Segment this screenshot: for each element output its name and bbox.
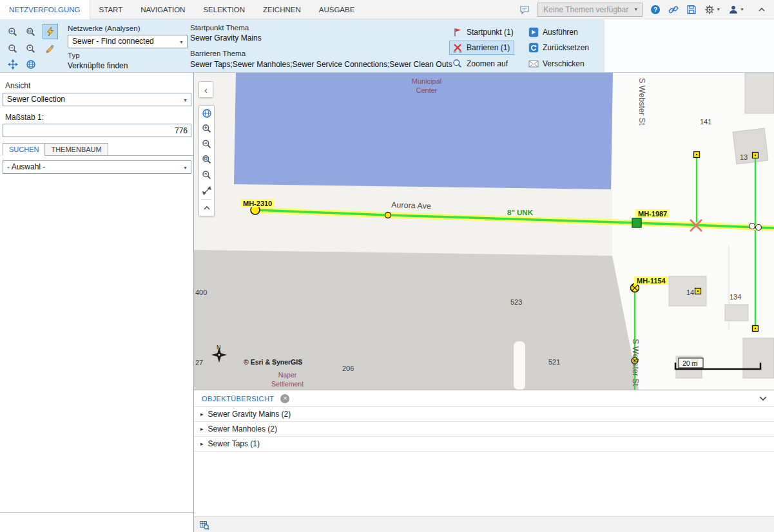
- barrieren-icon: [452, 43, 463, 53]
- expander-icon[interactable]: ▸: [200, 441, 204, 447]
- ansicht-select[interactable]: Sewer Collection ▼: [3, 93, 191, 106]
- ribbon-tab-bar: NETZVERFOLGUNG START NAVIGATION SELEKTIO…: [0, 0, 774, 19]
- list-item-label: Sewer Taps (1): [208, 439, 260, 448]
- chevron-down-icon: ▼: [183, 166, 188, 170]
- svg-text:?: ?: [653, 6, 657, 13]
- startpunkt-button[interactable]: Startpunkt (1): [449, 25, 518, 39]
- road-areas: [194, 250, 639, 390]
- object-overview-list: ▸ Sewer Gravity Mains (2) ▸ Sewer Manhol…: [194, 406, 774, 451]
- map-zoom-out-button[interactable]: [199, 137, 214, 152]
- expander-icon[interactable]: ▸: [200, 411, 204, 417]
- zoomen-auf-button[interactable]: Zoomen auf: [449, 57, 512, 71]
- ribbon-network-group: Netzwerke (Analysen) Sewer - Find connec…: [68, 19, 190, 72]
- svg-text:206: 206: [342, 365, 354, 372]
- map-full-extent-button[interactable]: [199, 183, 214, 198]
- ribbon-map-tools-group: [0, 19, 64, 72]
- tab-selektion[interactable]: SELEKTION: [194, 0, 254, 19]
- auswahl-select[interactable]: - Auswahl - ▼: [3, 160, 191, 174]
- map-canvas[interactable]: Municipal Center S Webster St S Webster …: [194, 73, 774, 390]
- zoom-out-tool[interactable]: [5, 41, 21, 57]
- close-icon[interactable]: ×: [280, 394, 289, 403]
- massstab-input[interactable]: [3, 124, 191, 137]
- help-icon[interactable]: ?: [650, 5, 661, 15]
- svg-text:134: 134: [730, 293, 741, 301]
- expander-icon[interactable]: ▸: [200, 426, 204, 432]
- svg-text:400: 400: [195, 289, 207, 296]
- svg-text:MH-1987: MH-1987: [638, 210, 667, 218]
- ansicht-select-value: Sewer Collection: [7, 95, 65, 104]
- zoom-in-tool[interactable]: [5, 24, 21, 40]
- table-search-icon: [199, 520, 209, 530]
- map-zoom-window-button[interactable]: [199, 152, 214, 167]
- svg-text:Settlement: Settlement: [271, 380, 304, 388]
- ausfuehren-button[interactable]: Ausführen: [525, 25, 583, 39]
- list-item-taps[interactable]: ▸ Sewer Taps (1): [194, 436, 774, 451]
- svg-text:MH-1154: MH-1154: [637, 277, 666, 285]
- ansicht-label: Ansicht: [5, 81, 30, 90]
- object-overview-header: OBJEKTÜBERSICHT ×: [194, 390, 774, 406]
- svg-text:13: 13: [740, 153, 748, 161]
- save-icon[interactable]: [686, 5, 697, 15]
- left-sidebar: Ansicht Sewer Collection ▼ Maßstab 1: SU…: [0, 73, 194, 532]
- chevron-down-icon: ▼: [634, 7, 638, 12]
- notification-bubble-icon[interactable]: [519, 5, 530, 15]
- trace-tool-icon: [45, 26, 55, 37]
- map-zoom-previous-button[interactable]: [199, 167, 214, 183]
- list-item-manholes[interactable]: ▸ Sewer Manholes (2): [194, 421, 774, 436]
- tab-themenbaum[interactable]: THEMENBAUM: [45, 143, 108, 156]
- themes-dropdown-value: Keine Themen verfügbar: [543, 5, 628, 14]
- panel-collapse-button[interactable]: [759, 395, 768, 401]
- network-select[interactable]: Sewer - Find connected ▼: [68, 35, 188, 48]
- object-table-button[interactable]: [199, 520, 209, 530]
- map-toolbar: [198, 105, 215, 216]
- user-menu[interactable]: ▼: [728, 5, 744, 15]
- chevron-down-icon: ▼: [183, 98, 188, 102]
- collapse-ribbon-icon[interactable]: [757, 5, 766, 14]
- map-toolbar-collapse-button[interactable]: [199, 200, 214, 216]
- bottom-statusbar: [194, 517, 774, 532]
- topbar-right-controls: Keine Themen verfügbar ▼ ? ▼ ▼: [519, 3, 774, 17]
- chevron-down-icon: ▼: [179, 40, 184, 44]
- tab-zeichnen[interactable]: ZEICHNEN: [254, 0, 310, 19]
- link-icon[interactable]: [668, 5, 679, 15]
- zuruecksetzen-button[interactable]: Zurücksetzen: [525, 41, 594, 55]
- run-icon: [528, 27, 539, 37]
- list-item-gravity-mains[interactable]: ▸ Sewer Gravity Mains (2): [194, 406, 774, 421]
- startpunkt-button-label: Startpunkt (1): [467, 28, 514, 37]
- svg-text:Center: Center: [416, 86, 437, 94]
- svg-text:Municipal: Municipal: [412, 77, 441, 85]
- verschicken-button[interactable]: Verschicken: [525, 57, 589, 71]
- sidebar-collapse-button[interactable]: ‹: [198, 81, 213, 98]
- zoom-to-icon: [452, 59, 463, 69]
- copyright-label: © Esri & SynerGIS: [244, 358, 302, 366]
- map-home-button[interactable]: [199, 106, 214, 121]
- gear-icon: [704, 5, 715, 15]
- pan-tool[interactable]: [5, 57, 21, 72]
- tab-netzverfolgung[interactable]: NETZVERFOLGUNG: [0, 0, 90, 19]
- settings-menu[interactable]: ▼: [704, 5, 721, 15]
- full-extent-tool[interactable]: [23, 57, 39, 72]
- barrieren-button-label: Barrieren (1): [467, 43, 510, 52]
- tab-suchen[interactable]: SUCHEN: [3, 143, 45, 156]
- barrieren-button[interactable]: Barrieren (1): [449, 41, 514, 55]
- zoom-previous-tool[interactable]: [23, 41, 39, 57]
- tab-navigation[interactable]: NAVIGATION: [131, 0, 194, 19]
- list-item-label: Sewer Gravity Mains (2): [208, 410, 291, 419]
- ausfuehren-button-label: Ausführen: [543, 28, 578, 37]
- map-container: Municipal Center S Webster St S Webster …: [194, 73, 774, 390]
- trace-tool[interactable]: [43, 24, 58, 39]
- svg-text:523: 523: [510, 298, 522, 306]
- fitting-node: [750, 223, 755, 229]
- pipe-label: 8" UNK: [507, 209, 534, 216]
- tab-ausgabe[interactable]: AUSGABE: [310, 0, 364, 19]
- svg-text:521: 521: [548, 358, 560, 366]
- startpunkt-thema-value: Sewer Gravity Mains: [190, 33, 262, 43]
- tab-start[interactable]: START: [90, 0, 132, 19]
- netzwerke-label: Netzwerke (Analysen): [68, 24, 140, 32]
- map-zoom-in-button[interactable]: [199, 121, 214, 137]
- manhole-mh1154-node: [631, 284, 639, 292]
- zoom-window-tool[interactable]: [23, 24, 39, 40]
- envelope-icon: [528, 59, 539, 69]
- themes-dropdown[interactable]: Keine Themen verfügbar ▼: [537, 3, 643, 17]
- edit-tool[interactable]: [43, 41, 58, 57]
